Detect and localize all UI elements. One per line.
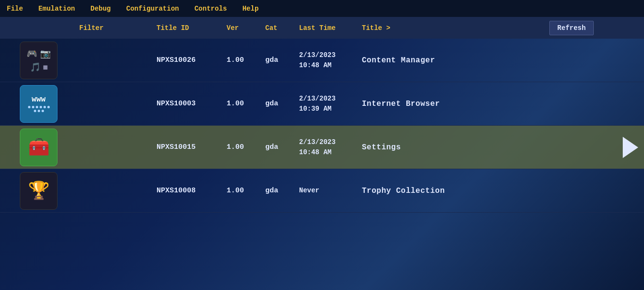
row-title-trophy: Trophy Collection (360, 187, 538, 195)
lasttime-line1-cm: 2/13/2023 (299, 50, 358, 60)
app-icon-settings: 🧰 (20, 129, 57, 166)
header-refresh-area: Refresh (538, 21, 605, 35)
header-cat: Cat (263, 24, 297, 32)
row-lasttime-trophy: Never (297, 186, 360, 196)
row-titleid-cm: NPXS10026 (155, 56, 225, 64)
menu-configuration[interactable]: Configuration (124, 3, 181, 14)
globe-dot (34, 110, 36, 112)
table-row[interactable]: 🧰 NPXS10015 1.00 gda 2/13/2023 10:48 AM … (0, 126, 644, 169)
header-title-id: Title ID (155, 24, 225, 32)
globe-dot (32, 106, 34, 108)
row-ver-settings: 1.00 (225, 143, 263, 151)
header-ver: Ver (225, 24, 263, 32)
trophy-icon: 🏆 (28, 180, 50, 202)
row-titleid-trophy: NPXS10008 (155, 187, 225, 195)
lasttime-line2-cm: 10:48 AM (299, 60, 358, 71)
camera-icon: 📷 (40, 48, 51, 59)
table-row[interactable]: www NPXS10003 1.00 gda 2/13/2023 10:3 (0, 82, 644, 126)
lasttime-line1-settings: 2/13/2023 (299, 137, 358, 147)
lasttime-line2-settings: 10:48 AM (299, 147, 358, 158)
row-ver-cm: 1.00 (225, 56, 263, 64)
refresh-button[interactable]: Refresh (549, 21, 594, 35)
row-lasttime-settings: 2/13/2023 10:48 AM (297, 137, 360, 158)
row-ver-ib: 1.00 (225, 100, 263, 108)
table-header: Filter Title ID Ver Cat Last Time Title … (0, 17, 644, 39)
music-icon: 🎵 (30, 62, 41, 72)
menubar: File Emulation Debug Configuration Contr… (0, 0, 644, 17)
lasttime-line1-ib: 2/13/2023 (299, 94, 358, 104)
row-icon-content-manager: 🎮 📷 🎵 ▦ (0, 42, 77, 79)
table-row[interactable]: 🎮 📷 🎵 ▦ NPXS10026 1.00 gda 2/13/2023 10:… (0, 39, 644, 82)
globe-dot (40, 106, 42, 108)
row-cat-ib: gda (263, 100, 297, 108)
row-title-settings: Settings (360, 143, 576, 152)
menu-emulation[interactable]: Emulation (37, 3, 77, 14)
globe-dot (38, 110, 40, 112)
table-row[interactable]: 🏆 NPXS10008 1.00 gda Never Trophy Collec… (0, 169, 644, 213)
grid-icon: ▦ (43, 63, 47, 71)
app-icon-internet-browser: www (20, 85, 57, 123)
row-title-ib: Internet Browser (360, 100, 538, 108)
header-last-time: Last Time (297, 24, 360, 32)
play-arrow-icon (623, 137, 638, 158)
content-manager-icons: 🎮 📷 🎵 ▦ (22, 48, 56, 72)
row-ver-trophy: 1.00 (225, 187, 263, 195)
app-icon-trophy: 🏆 (20, 172, 57, 210)
row-icon-settings: 🧰 (0, 129, 77, 166)
table-body: 🎮 📷 🎵 ▦ NPXS10026 1.00 gda 2/13/2023 10:… (0, 39, 644, 213)
globe-dot (47, 106, 50, 108)
header-filter: Filter (77, 24, 155, 32)
row-title-cm: Content Manager (360, 56, 538, 65)
header-title: Title > (360, 24, 538, 32)
row-icon-trophy: 🏆 (0, 172, 77, 210)
row-cat-settings: gda (263, 143, 297, 151)
row-icon-internet-browser: www (0, 85, 77, 123)
menu-help[interactable]: Help (241, 3, 261, 14)
row-lasttime-ib: 2/13/2023 10:39 AM (297, 94, 360, 114)
row-titleid-settings: NPXS10015 (155, 143, 225, 151)
toolbox-icon: 🧰 (28, 137, 50, 158)
lasttime-line2-ib: 10:39 AM (299, 104, 358, 114)
row-lasttime-cm: 2/13/2023 10:48 AM (297, 50, 360, 71)
menu-file[interactable]: File (5, 3, 25, 14)
www-text: www (32, 95, 46, 104)
globe-dot (43, 106, 46, 108)
globe-dot (36, 106, 38, 108)
row-titleid-ib: NPXS10003 (155, 100, 225, 108)
globe-dots (27, 106, 51, 112)
menu-debug[interactable]: Debug (88, 3, 113, 14)
globe-dot (28, 106, 30, 108)
menu-controls[interactable]: Controls (192, 3, 229, 14)
gamepad-icon: 🎮 (27, 48, 37, 59)
row-cat-cm: gda (263, 56, 297, 64)
globe-dot (42, 110, 44, 112)
lasttime-line1-trophy: Never (299, 186, 358, 196)
app-icon-content-manager: 🎮 📷 🎵 ▦ (20, 42, 57, 79)
row-cat-trophy: gda (263, 187, 297, 195)
